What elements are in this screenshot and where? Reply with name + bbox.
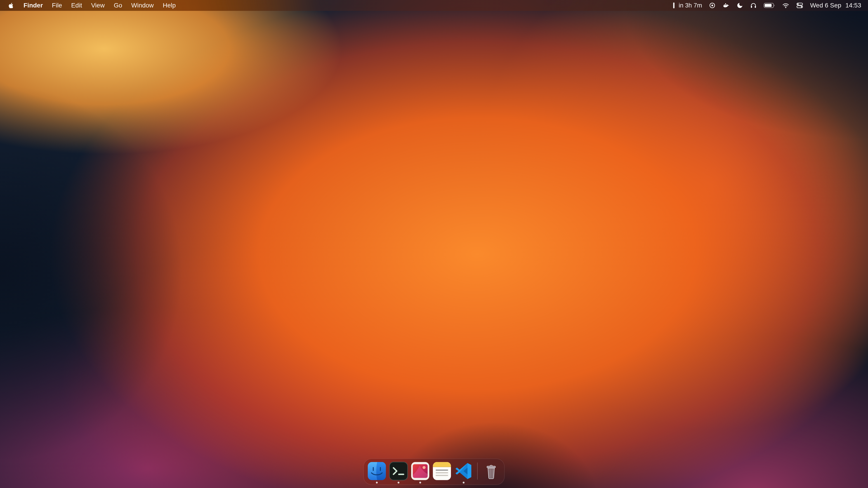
menu-bar-clock[interactable]: Wed 6 Sep 14:53 <box>810 2 861 9</box>
notes-icon <box>432 462 452 481</box>
running-indicator <box>398 482 399 484</box>
menu-bar-status: in 3h 7m <box>673 0 861 11</box>
desktop-wallpaper[interactable] <box>0 0 868 488</box>
running-indicator <box>376 482 378 484</box>
active-app-menu[interactable]: Finder <box>19 2 48 9</box>
running-indicator <box>463 482 465 484</box>
desktop-screen: Finder File Edit View Go Window Help in … <box>0 0 868 488</box>
dock <box>364 459 504 485</box>
running-indicator <box>419 482 421 484</box>
menu-file[interactable]: File <box>48 2 67 9</box>
dock-item-terminal[interactable] <box>389 462 408 481</box>
wifi-icon[interactable] <box>782 2 789 9</box>
moon-icon[interactable] <box>737 2 743 9</box>
dock-item-finder[interactable] <box>367 462 386 481</box>
menu-bar-left: Finder File Edit View Go Window Help <box>6 0 180 11</box>
dock-item-vscode[interactable] <box>454 462 473 481</box>
finder-icon <box>367 462 386 481</box>
terminal-icon <box>389 462 408 481</box>
menu-edit[interactable]: Edit <box>67 2 87 9</box>
dock-divider <box>477 462 477 480</box>
vscode-icon <box>454 462 473 481</box>
control-center-icon[interactable] <box>796 2 803 9</box>
trash-icon <box>482 462 501 481</box>
preview-icon <box>411 462 430 481</box>
dock-item-preview[interactable] <box>411 462 430 481</box>
indicator-bar-icon[interactable] <box>673 2 675 8</box>
menu-view[interactable]: View <box>87 2 109 9</box>
docker-whale-icon[interactable] <box>722 2 730 9</box>
timer-status[interactable]: in 3h 7m <box>679 2 702 9</box>
dock-item-trash[interactable] <box>482 462 501 481</box>
apple-menu[interactable] <box>6 0 19 11</box>
record-circle-icon[interactable] <box>709 2 716 9</box>
battery-icon[interactable] <box>764 2 775 8</box>
apple-logo-icon <box>8 2 14 9</box>
menu-bar: Finder File Edit View Go Window Help in … <box>0 0 868 11</box>
menu-help[interactable]: Help <box>158 2 180 9</box>
clock-date: Wed 6 Sep <box>810 2 841 9</box>
dock-item-notes[interactable] <box>432 462 452 481</box>
menu-go[interactable]: Go <box>109 2 127 9</box>
headphones-icon[interactable] <box>750 2 757 9</box>
menu-window[interactable]: Window <box>127 2 158 9</box>
clock-time: 14:53 <box>845 2 861 9</box>
